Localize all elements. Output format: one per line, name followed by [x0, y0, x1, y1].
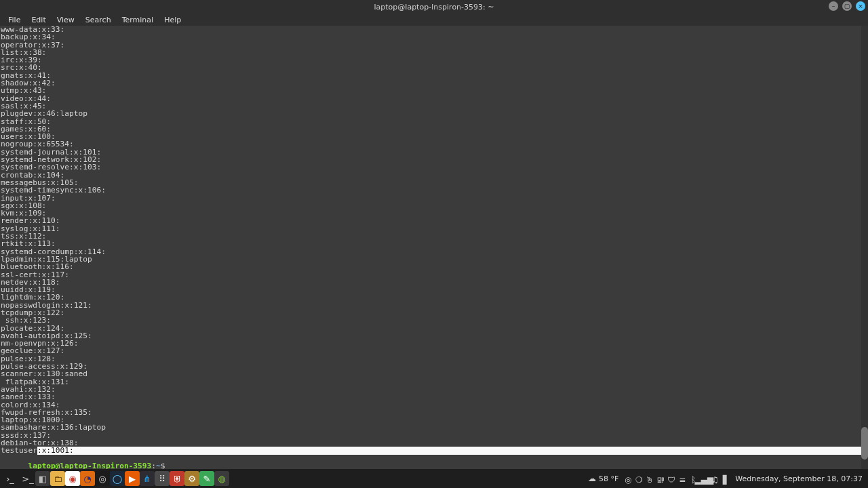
weather-icon: ☁ [587, 473, 597, 484]
terminal-line: laptop:x:1000: [1, 416, 868, 424]
terminal-line: src:x:40: [1, 64, 868, 71]
terminal-line: plugdev:x:46:laptop [1, 110, 868, 117]
terminal-line: list:x:38: [1, 49, 868, 56]
terminal-line: kvm:x:109: [1, 209, 868, 217]
terminal-selection: testuser :x:1001: [1, 447, 868, 454]
menu-view[interactable]: View [52, 16, 80, 24]
terminal-prompt-line[interactable]: laptop@laptop-Inspiron-3593:~$ [1, 455, 868, 469]
weather-widget[interactable]: ☁ 58 °F [587, 473, 618, 484]
terminal-window: laptop@laptop-Inspiron-3593: ~ – ▢ × Fil… [0, 0, 868, 469]
terminal-line: crontab:x:104: [1, 171, 868, 179]
terminal-line: scanner:x:130:saned [1, 370, 868, 378]
steam-icon[interactable]: ◯ [110, 471, 125, 486]
terminal-line: saned:x:133: [1, 393, 868, 401]
battery-tray-icon[interactable]: ▋ [720, 474, 731, 485]
window-controls: – ▢ × [829, 1, 865, 11]
terminal-line: geoclue:x:127: [1, 347, 868, 354]
task-panel: ›_ >_◧🗀◉◔◎◯▶⋔⠿⛨⚙✎◍ ☁ 58 °F ◎❍🖱🖳🛡≡ᛒ▂▄▆♫▋ … [0, 469, 868, 488]
steam-tray-icon[interactable]: ❍ [633, 474, 644, 485]
terminal-line: lpadmin:x:115:laptop [1, 256, 868, 263]
prompt-input[interactable] [165, 462, 170, 469]
terminal-output: www-data:x:33:backup:x:34:operator:x:37:… [1, 26, 868, 447]
terminal-line: systemd-journal:x:101: [1, 148, 868, 156]
mint-icon[interactable]: ◍ [214, 471, 229, 486]
menu-file[interactable]: File [3, 16, 26, 24]
touchpad-tray-icon[interactable]: 🖳 [655, 474, 666, 485]
terminal-line: www-data:x:33: [1, 26, 868, 33]
terminal-line: bluetooth:x:116: [1, 263, 868, 270]
vscode-icon[interactable]: ⋔ [140, 471, 155, 486]
prompt-sigil: $ [161, 462, 165, 469]
menu-icon[interactable]: >_ [20, 471, 35, 486]
terminal-line: input:x:107: [1, 195, 868, 202]
terminal-line: gnats:x:41: [1, 72, 868, 79]
vlc-icon[interactable]: ▶ [125, 471, 140, 486]
terminal-line: avahi:x:132: [1, 386, 868, 393]
start-menu-button[interactable]: ›_ [3, 471, 18, 486]
terminal-line: backup:x:34: [1, 33, 868, 41]
obs-tray-icon[interactable]: ◎ [623, 474, 633, 485]
terminal-body[interactable]: www-data:x:33:backup:x:34:operator:x:37:… [0, 26, 868, 469]
terminal-line: systemd-coredump:x:114: [1, 248, 868, 256]
terminal-line: users:x:100: [1, 133, 868, 140]
terminal-line: render:x:110: [1, 217, 868, 224]
selection-prefix: testuser [1, 447, 37, 454]
terminal-line: sasl:x:45: [1, 102, 868, 110]
files-icon[interactable]: 🗀 [50, 471, 65, 486]
terminal-line: shadow:x:42: [1, 79, 868, 87]
terminal-line: netdev:x:118: [1, 279, 868, 286]
chrome-icon[interactable]: ◉ [65, 471, 80, 486]
panel-tray: ☁ 58 °F ◎❍🖱🖳🛡≡ᛒ▂▄▆♫▋ Wednesday, Septembe… [587, 472, 868, 485]
updates-tray-icon[interactable]: 🛡 [666, 474, 677, 485]
menu-tray-icon[interactable]: ≡ [677, 474, 688, 485]
terminal-line: nopasswdlogin:x:121: [1, 302, 868, 309]
terminal-line: pulse:x:128: [1, 355, 868, 363]
terminal-line: irc:x:39: [1, 56, 868, 64]
text-editor-icon[interactable]: ✎ [199, 471, 214, 486]
terminal-line: nm-openvpn:x:126: [1, 340, 868, 347]
terminal-line: debian-tor:x:138: [1, 439, 868, 447]
menubar: File Edit View Search Terminal Help [0, 14, 868, 26]
terminal-line: nogroup:x:65534: [1, 140, 868, 148]
weather-temp: 58 °F [599, 474, 618, 483]
prompt-host: laptop-Inspiron-3593 [60, 462, 152, 469]
selection-suffix: :x:1001: [37, 447, 868, 454]
menu-help[interactable]: Help [159, 16, 186, 24]
audio-tray-icon[interactable]: ♫ [709, 474, 720, 485]
terminal-line: flatpak:x:131: [1, 378, 868, 386]
prompt-at: @ [56, 462, 60, 469]
panel-clock[interactable]: Wednesday, September 18, 07:37 [735, 474, 863, 483]
terminal-line: tss:x:112: [1, 232, 868, 240]
terminal-scroll-thumb[interactable] [861, 427, 868, 460]
software-icon[interactable]: ⚙ [184, 471, 199, 486]
terminal-scrollbar[interactable] [861, 26, 868, 469]
menu-search[interactable]: Search [80, 16, 117, 24]
terminal-line: colord:x:134: [1, 401, 868, 409]
mpv-icon[interactable]: ⠿ [155, 471, 170, 486]
terminal-line: syslog:x:111: [1, 225, 868, 232]
close-button[interactable]: × [856, 1, 865, 11]
terminal-line: systemd-timesync:x:106: [1, 186, 868, 194]
mouse-tray-icon[interactable]: 🖱 [644, 474, 655, 485]
firefox-icon[interactable]: ◔ [80, 471, 95, 486]
network-tray-icon[interactable]: ▂▄▆ [698, 474, 709, 485]
titlebar[interactable]: laptop@laptop-Inspiron-3593: ~ – ▢ × [0, 0, 868, 14]
maximize-button[interactable]: ▢ [842, 1, 852, 11]
menu-terminal[interactable]: Terminal [117, 16, 159, 24]
window-title: laptop@laptop-Inspiron-3593: ~ [374, 3, 494, 12]
terminal-line: lightdm:x:120: [1, 293, 868, 301]
terminal-line: tcpdump:x:122: [1, 309, 868, 317]
terminal-line: video:x:44: [1, 95, 868, 102]
terminal-line: ssl-cert:x:117: [1, 271, 868, 279]
ublock-icon[interactable]: ⛨ [170, 471, 184, 486]
terminal-line: messagebus:x:105: [1, 179, 868, 186]
terminal-line: staff:x:50: [1, 118, 868, 125]
terminal-line: pulse-access:x:129: [1, 363, 868, 370]
menu-edit[interactable]: Edit [26, 16, 51, 24]
terminal-line: fwupd-refresh:x:135: [1, 409, 868, 416]
obs-icon[interactable]: ◎ [95, 471, 110, 486]
terminal-line: sssd:x:137: [1, 432, 868, 439]
minimize-button[interactable]: – [829, 1, 838, 11]
terminal-line: ssh:x:123: [1, 317, 868, 324]
terminal-icon[interactable]: ◧ [35, 471, 50, 486]
